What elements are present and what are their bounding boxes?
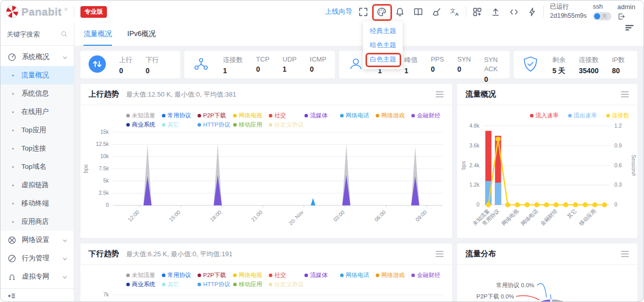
legend-item-其它[interactable]: 其它 bbox=[162, 120, 198, 129]
legend-item-网络电视[interactable]: 网络电视 bbox=[233, 271, 269, 280]
tab-流量概况[interactable]: 流量概况 bbox=[83, 23, 112, 46]
svg-text:7k: 7k bbox=[103, 292, 109, 297]
sidebar-item-在线用户[interactable]: 在线用户 bbox=[1, 103, 74, 121]
sidebar-item-虚拟链路[interactable]: 虚拟链路 bbox=[1, 176, 74, 194]
sidebar-group-虚拟专网[interactable]: 虚拟专网 bbox=[1, 267, 74, 286]
legend-item-HTTP协议[interactable]: HTTP协议 bbox=[198, 280, 233, 289]
svg-text:2.4k: 2.4k bbox=[469, 163, 480, 168]
legend-item-网络游戏[interactable]: 网络游戏 bbox=[376, 111, 411, 120]
upgrade-arrow-icon[interactable] bbox=[491, 7, 500, 17]
language-translate-icon[interactable]: 文A bbox=[450, 7, 460, 17]
theme-palette-icon[interactable] bbox=[377, 7, 386, 17]
tab-IPv6概况[interactable]: IPv6概况 bbox=[127, 23, 156, 46]
legend-item-商业系统[interactable]: 商业系统 bbox=[126, 280, 162, 289]
quick-actions-bolt-icon[interactable] bbox=[527, 7, 537, 17]
ssh-block: ssh 关 bbox=[593, 3, 611, 20]
legend-item-未知流量[interactable]: 未知流量 bbox=[126, 271, 162, 280]
sidebar-item-移动终端[interactable]: 移动终端 bbox=[1, 194, 74, 213]
panel-menu-icon[interactable] bbox=[621, 90, 629, 98]
legend-item-商业系统[interactable]: 商业系统 bbox=[126, 120, 162, 129]
stat-label: 连接数 bbox=[579, 55, 599, 65]
legend-item-连接数[interactable]: 连接数 bbox=[606, 111, 630, 120]
sidebar-item-系统信息[interactable]: 系统信息 bbox=[1, 84, 74, 103]
sidebar-item-Top连接[interactable]: Top连接 bbox=[1, 139, 74, 158]
svg-text:0: 0 bbox=[614, 202, 618, 207]
modules-grid-icon[interactable] bbox=[472, 7, 482, 17]
cli-code-icon[interactable] bbox=[509, 7, 519, 17]
cleanup-broom-icon[interactable] bbox=[432, 7, 441, 17]
theme-menu-item-白色主题[interactable]: 白色主题 bbox=[363, 52, 403, 67]
svg-text:10k: 10k bbox=[100, 154, 109, 159]
panel-menu-icon[interactable] bbox=[435, 90, 444, 98]
legend-item-P2P下载[interactable]: P2P下载 bbox=[198, 111, 233, 120]
legend-item-HTTP协议[interactable]: HTTP协议 bbox=[198, 120, 233, 129]
legend-item-流入速率[interactable]: 流入速率 bbox=[530, 111, 559, 120]
sidebar-item-应用商店[interactable]: 应用商店 bbox=[1, 213, 74, 231]
legend-label: 流出速率 bbox=[574, 111, 597, 120]
legend-item-流出速率[interactable]: 流出速率 bbox=[568, 111, 597, 120]
legend-item-社交[interactable]: 社交 bbox=[269, 271, 304, 280]
legend-item-网络游戏[interactable]: 网络游戏 bbox=[376, 271, 411, 280]
search-input[interactable] bbox=[7, 31, 58, 38]
legend-item-常用协议[interactable]: 常用协议 bbox=[162, 111, 198, 120]
fullscreen-icon[interactable] bbox=[358, 7, 368, 17]
docs-book-icon[interactable] bbox=[413, 7, 423, 17]
app-header: Panabit ® 专业版 上线向导 文A 已运行 2d19h55m9s ssh bbox=[1, 1, 643, 23]
sort-descending-icon[interactable] bbox=[625, 23, 634, 33]
legend-item-自定义协议[interactable]: 自定义协议 bbox=[269, 280, 304, 289]
svg-text:网络电话: 网络电话 bbox=[520, 208, 539, 226]
legend-item-P2P下载[interactable]: P2P下载 bbox=[198, 271, 233, 280]
legend-dot bbox=[126, 123, 130, 127]
legend-item-金融财经[interactable]: 金融财经 bbox=[411, 271, 447, 280]
stat-value: 0 bbox=[431, 65, 444, 73]
logout-icon[interactable] bbox=[618, 13, 625, 20]
legend-item-移动应用[interactable]: 移动应用 bbox=[233, 120, 269, 129]
svg-text:网络电视: 网络电视 bbox=[501, 208, 520, 227]
stat-label: UDP bbox=[283, 55, 296, 63]
sidebar-group-行为管理[interactable]: 行为管理 bbox=[1, 249, 74, 267]
svg-text:0.3: 0.3 bbox=[614, 183, 622, 188]
sidebar-item-Top域名[interactable]: Top域名 bbox=[1, 158, 74, 176]
stat-value: 0 bbox=[484, 75, 502, 83]
theme-menu-item-经典主题[interactable]: 经典主题 bbox=[363, 24, 403, 38]
legend-item-网络电视[interactable]: 网络电视 bbox=[233, 111, 269, 120]
sidebar-search bbox=[1, 23, 74, 46]
onboarding-wizard-link[interactable]: 上线向导 bbox=[325, 7, 352, 16]
legend-item-网络电话[interactable]: 网络电话 bbox=[340, 111, 376, 120]
search-icon[interactable] bbox=[61, 31, 68, 38]
legend-item-社交[interactable]: 社交 bbox=[269, 111, 304, 120]
legend-item-网络电话[interactable]: 网络电话 bbox=[340, 271, 376, 280]
panel-menu-icon[interactable] bbox=[435, 250, 444, 258]
header-divider bbox=[74, 6, 74, 17]
legend-label: 商业系统 bbox=[132, 120, 155, 129]
notifications-bell-icon[interactable] bbox=[395, 7, 405, 17]
sidebar-item-流量概况[interactable]: 流量概况 bbox=[1, 66, 74, 84]
users-icon bbox=[347, 55, 365, 73]
sidebar-item-Top应用[interactable]: Top应用 bbox=[1, 121, 74, 139]
header-divider bbox=[543, 6, 544, 17]
bullet-icon bbox=[12, 111, 14, 113]
ssh-toggle[interactable]: 关 bbox=[593, 12, 611, 20]
legend-item-流媒体[interactable]: 流媒体 bbox=[304, 111, 340, 120]
legend-item-金融财经[interactable]: 金融财经 bbox=[411, 111, 447, 120]
header-icon-group-2 bbox=[472, 7, 537, 17]
sidebar-group-系统概况[interactable]: 系统概况 bbox=[1, 48, 74, 66]
sidebar-item-label: Top连接 bbox=[21, 144, 46, 153]
dashboard-content: 上行0下行0连接数1TCP0UDP1ICMP0当前1峰值1PPS0SYN0SYN… bbox=[74, 46, 643, 302]
legend-item-流媒体[interactable]: 流媒体 bbox=[304, 271, 340, 280]
legend-dot bbox=[233, 283, 237, 286]
theme-menu-item-暗色主题[interactable]: 暗色主题 bbox=[363, 38, 403, 52]
legend-dot bbox=[233, 114, 237, 117]
collapse-sidebar-icon[interactable] bbox=[8, 292, 16, 300]
legend-dot bbox=[269, 274, 272, 277]
legend-dot bbox=[606, 114, 610, 117]
panel-subtitle: 最大值:6.25 K, 最小值:0, 平均值:191 bbox=[126, 250, 233, 259]
panel-menu-icon[interactable] bbox=[621, 250, 629, 258]
legend-item-移动应用[interactable]: 移动应用 bbox=[233, 280, 269, 289]
legend-item-自定义协议[interactable]: 自定义协议 bbox=[269, 120, 304, 129]
sidebar-group-网络设置[interactable]: 网络设置 bbox=[1, 231, 74, 249]
legend-item-未知流量[interactable]: 未知流量 bbox=[126, 111, 162, 120]
legend-item-其它[interactable]: 其它 bbox=[162, 280, 198, 289]
legend-item-常用协议[interactable]: 常用协议 bbox=[162, 271, 198, 280]
svg-text:7.5k: 7.5k bbox=[99, 166, 109, 171]
